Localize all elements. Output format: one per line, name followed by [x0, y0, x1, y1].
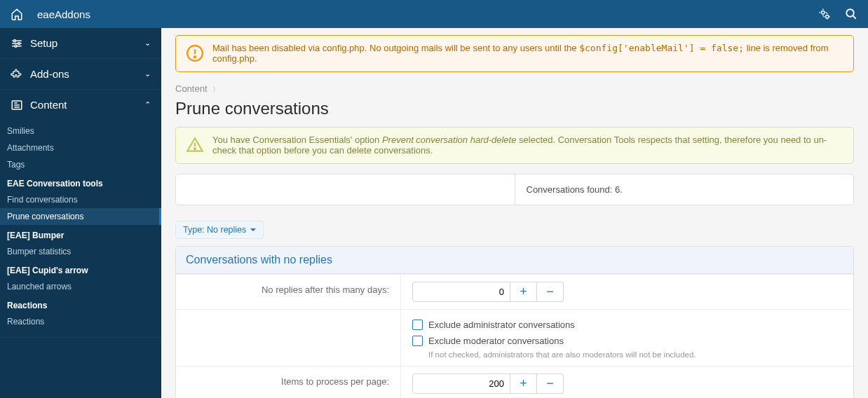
warning-triangle-icon: [186, 136, 204, 156]
input-items-per-page[interactable]: [412, 373, 510, 394]
panel-conversations-found: Conversations found: 6.: [515, 174, 854, 205]
sidebar-item-tags[interactable]: Tags: [0, 156, 161, 173]
nav-addons-label: Add-ons: [30, 68, 144, 80]
chevron-right-icon: 〉: [212, 85, 219, 93]
warning-circle-icon: [186, 44, 204, 64]
hint-exclude-moderator: If not checked, administrators that are …: [428, 350, 842, 359]
svg-point-16: [194, 56, 196, 57]
svg-point-1: [826, 15, 829, 19]
sidebar-item-reactions[interactable]: Reactions: [0, 313, 161, 330]
alert-conv-text: You have Conversation Essentials' option…: [212, 135, 843, 156]
label-exclude-admin: Exclude administrator conversations: [428, 320, 575, 330]
svg-point-18: [194, 148, 196, 149]
search-icon[interactable]: [845, 8, 857, 20]
sidebar-group-bumper: [EAE] Bumper: [0, 225, 161, 243]
sidebar-group-cupid: [EAE] Cupid's arrow: [0, 260, 161, 278]
panel-left-empty: [176, 174, 515, 205]
increment-button[interactable]: +: [510, 373, 537, 394]
svg-line-3: [853, 16, 856, 19]
label-items-per-page: Items to process per page:: [176, 366, 400, 398]
increment-button[interactable]: +: [510, 282, 537, 302]
home-icon[interactable]: [11, 8, 23, 20]
sidebar-item-find-conversations[interactable]: Find conversations: [0, 191, 161, 208]
svg-point-8: [18, 43, 20, 45]
alert-conv-essentials: You have Conversation Essentials' option…: [175, 127, 854, 164]
nav-setup-label: Setup: [30, 37, 144, 49]
newspaper-icon: [11, 98, 23, 111]
decrement-button[interactable]: −: [537, 282, 564, 302]
svg-point-9: [15, 45, 17, 47]
checkbox-exclude-admin[interactable]: [412, 320, 423, 330]
sidebar-item-prune-conversations[interactable]: Prune conversations: [0, 208, 161, 225]
caret-down-icon: [250, 228, 256, 231]
chevron-up-icon: ⌃: [144, 100, 151, 109]
sidebar-item-smilies[interactable]: Smilies: [0, 123, 161, 139]
sidebar-group-conv-tools: EAE Conversation tools: [0, 173, 161, 191]
checkbox-exclude-moderator[interactable]: [412, 336, 423, 346]
input-no-replies-days[interactable]: [412, 282, 510, 302]
chevron-down-icon: ⌄: [144, 39, 151, 48]
nav-content[interactable]: Content ⌃: [0, 90, 161, 120]
label-no-replies-days: No replies after this many days:: [176, 275, 400, 309]
nav-content-label: Content: [30, 99, 144, 111]
sidebar-item-attachments[interactable]: Attachments: [0, 139, 161, 156]
svg-point-2: [846, 9, 854, 17]
page-title: Prune conversations: [175, 99, 854, 118]
puzzle-icon: [11, 67, 23, 81]
brand-title: eaeAddons: [37, 8, 90, 20]
filter-type-label: Type: No replies: [183, 225, 246, 235]
label-exclude-moderator: Exclude moderator conversations: [428, 336, 564, 346]
svg-point-0: [822, 11, 825, 15]
breadcrumb-content[interactable]: Content: [175, 83, 208, 94]
alert-mail-text: Mail has been disabled via config.php. N…: [212, 43, 843, 64]
chevron-down-icon: ⌄: [144, 69, 151, 78]
block-title: Conversations with no replies: [176, 247, 853, 274]
filter-type-button[interactable]: Type: No replies: [175, 221, 264, 239]
nav-addons[interactable]: Add-ons ⌄: [0, 59, 161, 89]
decrement-button[interactable]: −: [537, 373, 564, 394]
nav-setup[interactable]: Setup ⌄: [0, 28, 161, 58]
svg-point-7: [14, 40, 16, 42]
sidebar-group-reactions: Reactions: [0, 295, 161, 313]
sliders-icon: [11, 36, 23, 50]
admin-settings-icon[interactable]: [818, 8, 831, 20]
sidebar-item-bumper-statistics[interactable]: Bumper statistics: [0, 243, 161, 260]
sidebar-item-launched-arrows[interactable]: Launched arrows: [0, 278, 161, 295]
alert-mail-disabled: Mail has been disabled via config.php. N…: [175, 35, 854, 72]
breadcrumb: Content 〉: [175, 83, 854, 95]
